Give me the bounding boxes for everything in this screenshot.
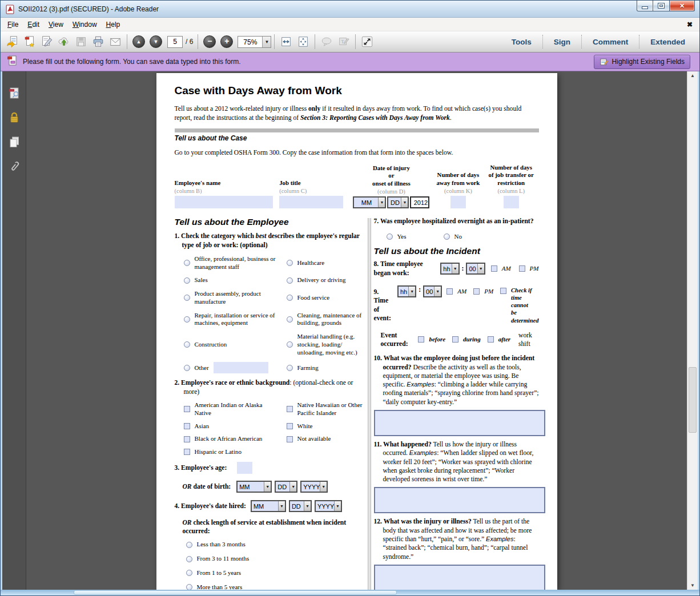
began-hour-dropdown[interactable]: hh▼ (440, 263, 459, 275)
extended-pane-button[interactable]: Extended (639, 35, 696, 49)
other-occupation-input[interactable] (214, 362, 268, 373)
native-hawaiian-checkbox[interactable] (287, 406, 293, 412)
restore-button[interactable] (653, 1, 669, 11)
cleaning-radio[interactable] (287, 316, 293, 323)
other-radio[interactable] (184, 365, 190, 371)
after-checkbox[interactable] (488, 336, 494, 343)
next-page-button[interactable]: ▼ (150, 35, 162, 48)
text-annotation-button[interactable]: T (335, 34, 352, 50)
employee-age-input[interactable] (237, 462, 252, 474)
print-button[interactable] (90, 34, 107, 50)
black-checkbox[interactable] (184, 436, 190, 442)
fit-width-button[interactable] (277, 34, 295, 50)
event-pm-checkbox[interactable] (473, 288, 480, 295)
hospitalized-yes-radio[interactable] (387, 233, 393, 240)
menu-window[interactable]: Window (68, 19, 102, 30)
injury-year-input[interactable]: 2012 (410, 196, 429, 208)
hospitalized-no-radio[interactable] (444, 233, 450, 240)
construction-radio[interactable] (184, 341, 190, 348)
zoom-level-select[interactable]: 75% ▼ (238, 36, 271, 48)
food-service-radio[interactable] (287, 295, 293, 301)
page-number-input[interactable]: 5 (167, 36, 183, 48)
email-button[interactable] (107, 34, 124, 50)
document-viewport[interactable]: Case with Days Away from Work Tell us ab… (26, 71, 687, 590)
window-titlebar[interactable]: SOII2012 (3).pdf (SECURED) - Adobe Reade… (1, 1, 699, 18)
tools-pane-button[interactable]: Tools (501, 35, 542, 49)
hired-year-dropdown[interactable]: YYYY▼ (315, 500, 342, 512)
3-11-months-radio[interactable] (186, 556, 192, 562)
job-transfer-input[interactable] (504, 196, 519, 208)
began-pm-checkbox[interactable] (519, 265, 525, 272)
hired-day-dropdown[interactable]: DD▼ (289, 500, 312, 512)
previous-page-button[interactable]: ▲ (132, 35, 145, 48)
less-3-months-radio[interactable] (186, 542, 192, 548)
page-thumbnails-button[interactable] (6, 85, 23, 101)
began-am-checkbox[interactable] (491, 265, 497, 272)
event-am-checkbox[interactable] (446, 288, 453, 295)
time-undetermined-checkbox[interactable] (500, 288, 506, 294)
birth-year-dropdown[interactable]: YYYY▼ (300, 481, 328, 493)
reading-mode-button[interactable] (359, 34, 376, 50)
menu-edit[interactable]: Edit (23, 19, 44, 30)
employee-name-input[interactable] (175, 196, 273, 208)
white-checkbox[interactable] (287, 423, 293, 429)
office-radio[interactable] (184, 260, 190, 266)
highlight-existing-fields-button[interactable]: Highlight Existing Fields (594, 55, 690, 69)
vertical-scrollbar-thumb[interactable] (689, 367, 697, 433)
birth-day-dropdown[interactable]: DD▼ (275, 481, 297, 493)
before-checkbox[interactable] (418, 336, 424, 343)
horizontal-scrollbar-thumb[interactable] (74, 590, 397, 595)
repair-radio[interactable] (184, 316, 190, 323)
save-button[interactable] (73, 34, 90, 50)
menu-file[interactable]: File (3, 19, 23, 30)
days-away-input[interactable] (450, 196, 466, 208)
fill-sign-button[interactable] (38, 34, 55, 50)
injury-day-dropdown[interactable]: DD▼ (387, 196, 409, 208)
sign-pane-button[interactable]: Sign (542, 35, 581, 49)
horizontal-scrollbar[interactable] (1, 590, 699, 595)
vertical-scrollbar[interactable]: ▲ ▼ (687, 71, 698, 590)
event-minute-dropdown[interactable]: 00▼ (423, 285, 442, 297)
question-11-textarea[interactable] (374, 487, 545, 513)
hired-month-dropdown[interactable]: MM▼ (251, 500, 286, 512)
scroll-down-icon[interactable]: ▼ (690, 583, 695, 588)
security-settings-button[interactable] (6, 110, 23, 126)
close-document-icon[interactable]: ✖ (687, 21, 693, 29)
question-10-textarea[interactable] (374, 410, 545, 436)
event-hour-dropdown[interactable]: hh▼ (397, 285, 416, 297)
american-indian-checkbox[interactable] (184, 406, 190, 412)
not-available-checkbox[interactable] (287, 436, 293, 442)
farming-radio[interactable] (287, 365, 293, 371)
asian-checkbox[interactable] (184, 423, 190, 429)
open-button[interactable] (4, 34, 21, 50)
hispanic-checkbox[interactable] (184, 449, 190, 455)
menu-help[interactable]: Help (102, 19, 125, 30)
attachments-button[interactable] (6, 159, 23, 175)
began-minute-dropdown[interactable]: 00▼ (466, 263, 485, 275)
cloud-upload-button[interactable] (55, 34, 73, 50)
product-assembly-radio[interactable] (184, 295, 190, 301)
birth-month-dropdown[interactable]: MM▼ (236, 481, 272, 493)
injury-month-dropdown[interactable]: MM▼ (353, 196, 386, 208)
toolbar-separator (198, 34, 198, 49)
delivery-radio[interactable] (287, 277, 293, 284)
question-12-textarea[interactable] (374, 565, 545, 590)
scroll-up-icon[interactable]: ▲ (690, 73, 695, 78)
material-handling-radio[interactable] (287, 341, 293, 348)
create-pdf-button[interactable] (21, 34, 38, 50)
1-5-years-radio[interactable] (186, 570, 192, 576)
more-5-years-radio[interactable] (186, 584, 192, 590)
menu-view[interactable]: View (44, 19, 68, 30)
fit-page-button[interactable] (295, 34, 312, 50)
sales-radio[interactable] (184, 277, 190, 284)
comment-bubble-button[interactable] (318, 34, 335, 50)
close-button[interactable]: ✕ (669, 1, 695, 11)
during-checkbox[interactable] (452, 336, 458, 343)
zoom-in-button[interactable]: + (220, 35, 233, 48)
healthcare-radio[interactable] (287, 260, 293, 266)
job-title-input[interactable] (279, 196, 343, 208)
minimize-button[interactable] (637, 1, 653, 11)
zoom-out-button[interactable]: − (203, 35, 216, 48)
pages-panel-button[interactable] (6, 134, 23, 150)
comment-pane-button[interactable]: Comment (581, 35, 639, 49)
